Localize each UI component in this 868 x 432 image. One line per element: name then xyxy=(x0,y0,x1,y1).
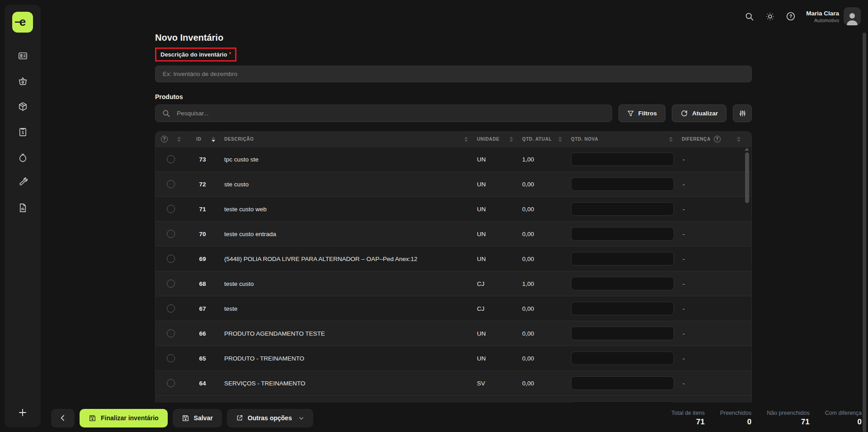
back-button[interactable] xyxy=(51,409,75,427)
products-section-label: Produtos xyxy=(155,93,752,100)
sort-control-descricao[interactable] xyxy=(464,137,468,142)
stat-value: 71 xyxy=(671,418,705,427)
row-diferenca: - xyxy=(676,231,744,237)
header-qtd-atual-label: QTD. ATUAL xyxy=(522,137,552,142)
inventory-description-input[interactable] xyxy=(155,66,752,82)
sort-control-qtd-nova[interactable] xyxy=(669,137,673,142)
header-diferenca: DIFERENÇA ? xyxy=(676,132,744,147)
avatar[interactable] xyxy=(844,7,861,25)
external-link-icon xyxy=(236,414,243,422)
help-button[interactable]: ? xyxy=(785,11,796,22)
header-qtd-atual: QTD. ATUAL xyxy=(517,132,566,147)
row-select-radio[interactable] xyxy=(167,155,175,163)
row-unidade: UN xyxy=(472,330,517,337)
row-select-radio[interactable] xyxy=(167,205,175,213)
table-scrollbar-thumb[interactable] xyxy=(745,152,749,203)
package-icon xyxy=(18,101,28,112)
user-role: Automotivo xyxy=(806,18,839,23)
more-options-button[interactable]: Outras opções xyxy=(227,409,313,427)
sort-control[interactable] xyxy=(177,137,181,142)
more-options-label: Outras opções xyxy=(248,414,292,422)
save-label: Salvar xyxy=(194,414,213,422)
user-menu[interactable]: Maria Clara Automotivo xyxy=(806,7,861,25)
qtd-nova-input[interactable] xyxy=(571,177,674,191)
sidebar-item-reports[interactable] xyxy=(17,202,28,214)
table-scrollbar xyxy=(745,148,749,203)
qtd-nova-input[interactable] xyxy=(571,351,674,365)
sidebar-item-services[interactable] xyxy=(17,176,28,188)
brightness-icon xyxy=(765,12,775,21)
row-select-radio[interactable] xyxy=(167,255,175,263)
qtd-nova-input[interactable] xyxy=(571,401,674,403)
row-id: 64 xyxy=(184,380,219,387)
sidebar-item-finance[interactable] xyxy=(17,151,28,163)
row-qtd-atual: 0,00 xyxy=(517,305,566,312)
header-help-icon[interactable]: ? xyxy=(161,136,168,142)
row-select-radio[interactable] xyxy=(167,379,175,387)
row-unidade: UN xyxy=(472,231,517,237)
plus-icon xyxy=(17,407,28,418)
row-descricao: (5448) POLIA RODA LIVRE PARA ALTERNADOR … xyxy=(219,256,472,262)
products-table: ? ID DESCRIÇÃO UNIDADE QTD. ATUAL QTD. N… xyxy=(155,131,752,403)
row-unidade: CJ xyxy=(472,280,517,287)
row-id: 73 xyxy=(184,156,219,163)
product-search-input[interactable] xyxy=(177,110,605,117)
finalize-label: Finalizar inventário xyxy=(101,414,159,422)
row-id: 65 xyxy=(184,355,219,362)
column-settings-button[interactable] xyxy=(733,104,752,122)
row-select-radio[interactable] xyxy=(167,180,175,188)
header-descricao: DESCRIÇÃO xyxy=(219,132,472,147)
row-descricao: PRODUTO - TREINAMENTO xyxy=(219,355,472,362)
sidebar-item-billing[interactable]: $ xyxy=(17,126,28,138)
sort-control-diferenca[interactable] xyxy=(737,137,741,142)
chevron-down-icon xyxy=(298,415,304,421)
row-select-radio[interactable] xyxy=(167,230,175,238)
row-select-radio[interactable] xyxy=(167,329,175,337)
sidebar-item-products[interactable] xyxy=(17,100,28,112)
filters-button[interactable]: Filtros xyxy=(618,104,665,122)
stat-label: Total de itens xyxy=(671,410,705,416)
qtd-nova-input[interactable] xyxy=(571,152,674,166)
scroll-up-arrow-icon[interactable] xyxy=(745,148,749,151)
qtd-nova-input[interactable] xyxy=(571,376,674,390)
qtd-nova-input[interactable] xyxy=(571,327,674,340)
stat-value: 0 xyxy=(825,418,862,427)
sidebar-item-registrations[interactable] xyxy=(17,50,28,62)
theme-toggle-button[interactable] xyxy=(764,11,775,22)
row-qtd-atual: 0,00 xyxy=(517,330,566,337)
finalize-inventory-button[interactable]: Finalizar inventário xyxy=(80,409,168,427)
sort-control-id[interactable] xyxy=(212,137,215,142)
table-row: 73 tpc custo ste UN 1,00 - xyxy=(156,147,751,171)
refresh-button[interactable]: Atualizar xyxy=(672,104,726,122)
qtd-nova-input[interactable] xyxy=(571,302,674,315)
clipboard-dollar-icon: $ xyxy=(18,127,28,137)
diferenca-help-icon[interactable]: ? xyxy=(714,136,721,142)
stat-total-itens: Total de itens 71 xyxy=(671,410,705,427)
qtd-nova-input[interactable] xyxy=(571,202,674,216)
row-select-radio[interactable] xyxy=(167,354,175,362)
row-unidade: UN xyxy=(472,256,517,262)
row-unidade: CJ xyxy=(472,305,517,312)
add-new-button[interactable] xyxy=(16,406,29,419)
header-select-col: ? xyxy=(156,132,184,147)
sort-control-qtd-atual[interactable] xyxy=(558,137,562,142)
help-icon: ? xyxy=(786,11,796,21)
app-logo[interactable]: e xyxy=(12,12,33,33)
table-header-row: ? ID DESCRIÇÃO UNIDADE QTD. ATUAL QTD. N… xyxy=(156,132,751,147)
inventory-stats: Total de itens 71 Preenchidos 0 Não pree… xyxy=(671,410,862,427)
row-diferenca: - xyxy=(676,206,744,213)
table-row: 72 ste custo UN 0,00 - xyxy=(156,171,751,196)
row-unidade: UN xyxy=(472,156,517,163)
stat-value: 71 xyxy=(767,418,810,427)
svg-text:?: ? xyxy=(789,14,792,19)
row-diferenca: - xyxy=(676,256,744,262)
qtd-nova-input[interactable] xyxy=(571,277,674,290)
save-button[interactable]: Salvar xyxy=(173,409,222,427)
row-select-radio[interactable] xyxy=(167,280,175,288)
qtd-nova-input[interactable] xyxy=(571,227,674,241)
qtd-nova-input[interactable] xyxy=(571,252,674,266)
sidebar-item-sales[interactable] xyxy=(17,75,28,87)
page-scrollbar-thumb[interactable] xyxy=(863,33,866,432)
row-select-radio[interactable] xyxy=(167,304,175,313)
sort-control-unidade[interactable] xyxy=(509,137,513,142)
